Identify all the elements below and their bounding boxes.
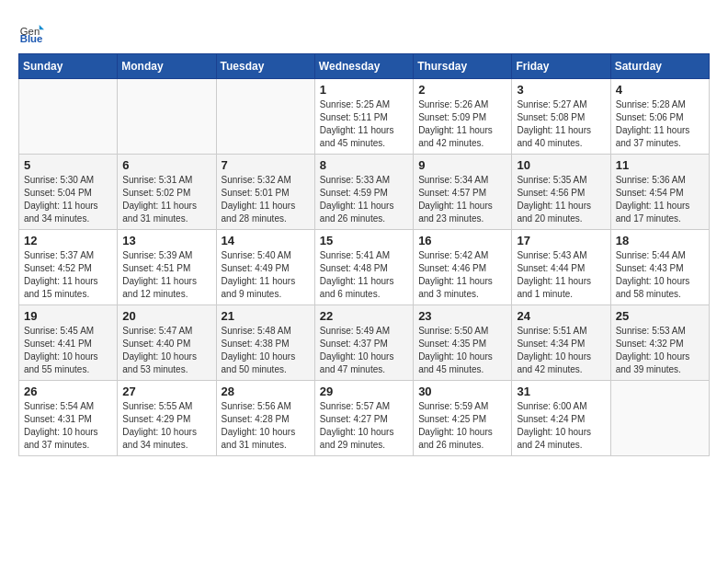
weekday-header-wednesday: Wednesday	[314, 54, 413, 79]
weekday-header-monday: Monday	[118, 54, 216, 79]
weekday-header-friday: Friday	[512, 54, 610, 79]
day-number: 2	[418, 83, 506, 97]
day-info: Sunrise: 5:43 AM Sunset: 4:44 PM Dayligh…	[517, 249, 605, 301]
day-info: Sunrise: 5:31 AM Sunset: 5:02 PM Dayligh…	[122, 174, 210, 225]
calendar-cell: 7Sunrise: 5:32 AM Sunset: 5:01 PM Daylig…	[216, 155, 314, 230]
day-info: Sunrise: 5:53 AM Sunset: 4:32 PM Dayligh…	[616, 325, 704, 376]
day-number: 31	[517, 385, 605, 398]
calendar-cell: 30Sunrise: 5:59 AM Sunset: 4:25 PM Dayli…	[414, 381, 512, 456]
day-number: 23	[418, 309, 506, 323]
day-number: 29	[320, 385, 408, 398]
day-info: Sunrise: 5:50 AM Sunset: 4:35 PM Dayligh…	[418, 325, 506, 376]
calendar-cell: 16Sunrise: 5:42 AM Sunset: 4:46 PM Dayli…	[414, 230, 512, 305]
day-number: 17	[517, 234, 605, 247]
calendar-cell	[118, 79, 216, 155]
day-info: Sunrise: 5:32 AM Sunset: 5:01 PM Dayligh…	[222, 174, 310, 225]
calendar-cell: 19Sunrise: 5:45 AM Sunset: 4:41 PM Dayli…	[19, 305, 118, 381]
calendar-cell: 18Sunrise: 5:44 AM Sunset: 4:43 PM Dayli…	[610, 230, 709, 305]
day-number: 26	[24, 385, 112, 398]
calendar-cell: 11Sunrise: 5:36 AM Sunset: 4:54 PM Dayli…	[610, 155, 709, 230]
weekday-header-row: SundayMondayTuesdayWednesdayThursdayFrid…	[19, 54, 710, 79]
day-info: Sunrise: 5:36 AM Sunset: 4:54 PM Dayligh…	[616, 174, 704, 225]
day-number: 12	[24, 234, 112, 247]
calendar-cell: 24Sunrise: 5:51 AM Sunset: 4:34 PM Dayli…	[512, 305, 610, 381]
day-number: 21	[222, 309, 310, 323]
calendar-cell: 8Sunrise: 5:33 AM Sunset: 4:59 PM Daylig…	[314, 155, 413, 230]
day-info: Sunrise: 5:30 AM Sunset: 5:04 PM Dayligh…	[24, 174, 112, 225]
day-number: 5	[24, 158, 112, 172]
day-info: Sunrise: 5:39 AM Sunset: 4:51 PM Dayligh…	[122, 249, 210, 301]
day-number: 6	[122, 158, 210, 172]
svg-text:Blue: Blue	[20, 33, 43, 44]
day-info: Sunrise: 5:27 AM Sunset: 5:08 PM Dayligh…	[517, 98, 605, 150]
weekday-header-saturday: Saturday	[610, 54, 709, 79]
calendar-cell	[216, 79, 314, 155]
day-info: Sunrise: 5:25 AM Sunset: 5:11 PM Dayligh…	[320, 98, 408, 150]
calendar-cell: 31Sunrise: 6:00 AM Sunset: 4:24 PM Dayli…	[512, 381, 610, 456]
calendar-cell: 26Sunrise: 5:54 AM Sunset: 4:31 PM Dayli…	[19, 381, 118, 456]
calendar-week-row: 19Sunrise: 5:45 AM Sunset: 4:41 PM Dayli…	[19, 305, 710, 381]
calendar-cell: 22Sunrise: 5:49 AM Sunset: 4:37 PM Dayli…	[314, 305, 413, 381]
calendar-cell: 1Sunrise: 5:25 AM Sunset: 5:11 PM Daylig…	[314, 79, 413, 155]
calendar-cell: 29Sunrise: 5:57 AM Sunset: 4:27 PM Dayli…	[314, 381, 413, 456]
day-number: 10	[517, 158, 605, 172]
calendar-cell	[610, 381, 709, 456]
calendar-week-row: 12Sunrise: 5:37 AM Sunset: 4:52 PM Dayli…	[19, 230, 710, 305]
calendar-week-row: 5Sunrise: 5:30 AM Sunset: 5:04 PM Daylig…	[19, 155, 710, 230]
day-number: 9	[418, 158, 506, 172]
day-number: 8	[320, 158, 408, 172]
calendar-cell: 20Sunrise: 5:47 AM Sunset: 4:40 PM Dayli…	[118, 305, 216, 381]
calendar-cell: 6Sunrise: 5:31 AM Sunset: 5:02 PM Daylig…	[118, 155, 216, 230]
calendar-table: SundayMondayTuesdayWednesdayThursdayFrid…	[18, 53, 710, 456]
day-number: 11	[616, 158, 704, 172]
day-info: Sunrise: 5:35 AM Sunset: 4:56 PM Dayligh…	[517, 174, 605, 225]
day-info: Sunrise: 5:55 AM Sunset: 4:29 PM Dayligh…	[122, 400, 210, 452]
day-number: 14	[222, 234, 310, 247]
day-number: 24	[517, 309, 605, 323]
calendar-week-row: 1Sunrise: 5:25 AM Sunset: 5:11 PM Daylig…	[19, 79, 710, 155]
day-number: 15	[320, 234, 408, 247]
day-info: Sunrise: 5:59 AM Sunset: 4:25 PM Dayligh…	[418, 400, 506, 452]
day-number: 25	[616, 309, 704, 323]
day-info: Sunrise: 5:47 AM Sunset: 4:40 PM Dayligh…	[122, 325, 210, 376]
day-number: 18	[616, 234, 704, 247]
calendar-cell: 3Sunrise: 5:27 AM Sunset: 5:08 PM Daylig…	[512, 79, 610, 155]
day-info: Sunrise: 5:57 AM Sunset: 4:27 PM Dayligh…	[320, 400, 408, 452]
day-info: Sunrise: 5:44 AM Sunset: 4:43 PM Dayligh…	[616, 249, 704, 301]
calendar-cell: 4Sunrise: 5:28 AM Sunset: 5:06 PM Daylig…	[610, 79, 709, 155]
day-info: Sunrise: 5:33 AM Sunset: 4:59 PM Dayligh…	[320, 174, 408, 225]
day-number: 3	[517, 83, 605, 97]
day-number: 13	[122, 234, 210, 247]
header: Gen Blue	[18, 18, 710, 44]
day-number: 4	[616, 83, 704, 97]
day-info: Sunrise: 5:42 AM Sunset: 4:46 PM Dayligh…	[418, 249, 506, 301]
logo: Gen Blue	[18, 18, 48, 44]
logo-icon: Gen Blue	[18, 18, 44, 44]
day-number: 1	[320, 83, 408, 97]
calendar-cell: 21Sunrise: 5:48 AM Sunset: 4:38 PM Dayli…	[216, 305, 314, 381]
svg-marker-2	[40, 25, 44, 29]
calendar-cell: 17Sunrise: 5:43 AM Sunset: 4:44 PM Dayli…	[512, 230, 610, 305]
day-number: 22	[320, 309, 408, 323]
calendar-cell: 25Sunrise: 5:53 AM Sunset: 4:32 PM Dayli…	[610, 305, 709, 381]
day-number: 28	[222, 385, 310, 398]
day-info: Sunrise: 5:51 AM Sunset: 4:34 PM Dayligh…	[517, 325, 605, 376]
weekday-header-sunday: Sunday	[19, 54, 118, 79]
calendar-cell: 15Sunrise: 5:41 AM Sunset: 4:48 PM Dayli…	[314, 230, 413, 305]
calendar-week-row: 26Sunrise: 5:54 AM Sunset: 4:31 PM Dayli…	[19, 381, 710, 456]
calendar-cell: 9Sunrise: 5:34 AM Sunset: 4:57 PM Daylig…	[414, 155, 512, 230]
day-info: Sunrise: 5:40 AM Sunset: 4:49 PM Dayligh…	[222, 249, 310, 301]
calendar-cell	[19, 79, 118, 155]
weekday-header-tuesday: Tuesday	[216, 54, 314, 79]
day-info: Sunrise: 5:28 AM Sunset: 5:06 PM Dayligh…	[616, 98, 704, 150]
day-info: Sunrise: 5:49 AM Sunset: 4:37 PM Dayligh…	[320, 325, 408, 376]
calendar-cell: 5Sunrise: 5:30 AM Sunset: 5:04 PM Daylig…	[19, 155, 118, 230]
day-info: Sunrise: 5:41 AM Sunset: 4:48 PM Dayligh…	[320, 249, 408, 301]
day-info: Sunrise: 5:45 AM Sunset: 4:41 PM Dayligh…	[24, 325, 112, 376]
day-info: Sunrise: 5:56 AM Sunset: 4:28 PM Dayligh…	[222, 400, 310, 452]
day-number: 27	[122, 385, 210, 398]
calendar-cell: 2Sunrise: 5:26 AM Sunset: 5:09 PM Daylig…	[414, 79, 512, 155]
calendar-cell: 27Sunrise: 5:55 AM Sunset: 4:29 PM Dayli…	[118, 381, 216, 456]
day-number: 7	[222, 158, 310, 172]
day-info: Sunrise: 5:34 AM Sunset: 4:57 PM Dayligh…	[418, 174, 506, 225]
